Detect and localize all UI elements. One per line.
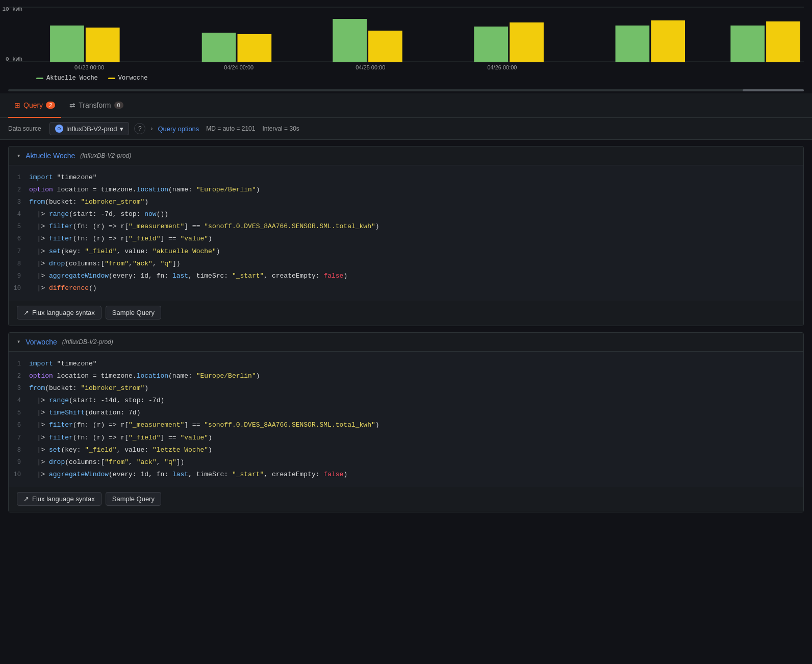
query-title-1: Aktuelle Woche [26,152,75,160]
sample-query-button-1[interactable]: Sample Query [106,306,161,319]
tab-transform[interactable]: ⇄ Transform 0 [63,93,129,118]
datasource-name: InfluxDB-V2-prod [66,125,117,133]
svg-rect-3 [86,28,120,62]
code-line-1-4: 4 |> range(start: -7d, stop: now()) [9,208,803,220]
x-label-2: 04/24 00:00 [224,64,253,70]
legend-dot-yellow [108,78,115,79]
action-bar-2: ↗ Flux language syntax Sample Query [9,487,803,512]
code-line-1-2: 2 option location = timezone.location(na… [9,184,803,196]
collapse-icon-1: ▾ [17,152,20,160]
code-line-2-6: 6 |> filter(fn: (r) => r["_measurement"]… [9,419,803,431]
query-block-2-header[interactable]: ▾ Vorwoche (InfluxDB-V2-prod) [9,333,803,352]
query-db-label-2: (InfluxDB-V2-prod) [62,338,113,346]
datasource-label: Data source [8,125,41,132]
collapse-icon-2: ▾ [17,338,20,346]
code-line-1-3: 3 from(bucket: "iobroker_strom") [9,196,803,208]
tab-transform-label: Transform [79,101,111,109]
tabs-bar: ⊞ Query 2 ⇄ Transform 0 [0,93,812,118]
svg-rect-7 [368,31,402,62]
sample-query-button-2[interactable]: Sample Query [106,492,161,506]
svg-rect-11 [651,20,685,62]
svg-rect-9 [510,22,544,62]
dropdown-chevron-icon: ▾ [120,125,123,133]
svg-rect-13 [766,21,800,62]
meta-interval: Interval = 30s [262,125,299,132]
external-link-icon-1: ↗ [23,309,29,316]
legend-dot-green [36,78,43,79]
code-line-2-5: 5 |> timeShift(duration: 7d) [9,407,803,419]
query-block-1-header[interactable]: ▾ Aktuelle Woche (InfluxDB-V2-prod) [9,146,803,165]
query-tab-icon: ⊞ [14,101,20,109]
legend-label-vorwoche: Vorwoche [118,75,148,82]
influxdb-icon: ⊙ [55,125,63,133]
svg-rect-6 [333,19,367,62]
code-line-1-1: 1 import "timezone" [9,171,803,184]
action-bar-1: ↗ Flux language syntax Sample Query [9,301,803,326]
arrow-icon: › [150,125,153,132]
tab-query[interactable]: ⊞ Query 2 [8,93,61,118]
code-line-1-6: 6 |> filter(fn: (r) => r["_field"] == "v… [9,233,803,245]
chart-area: 10 kWh 0 kWh [0,0,812,89]
code-line-2-2: 2 option location = timezone.location(na… [9,370,803,382]
x-axis-labels: 04/23 00:00 04/24 00:00 04/25 00:00 04/2… [36,64,804,70]
external-link-icon-2: ↗ [23,495,29,503]
svg-rect-2 [50,26,84,62]
svg-rect-5 [238,34,272,62]
code-editor-2: 1 import "timezone" 2 option location = … [9,352,803,487]
x-label-4: 04/26 00:00 [487,64,517,70]
code-line-2-7: 7 |> filter(fn: (r) => r["_field"] == "v… [9,432,803,444]
code-line-2-1: 1 import "timezone" [9,358,803,370]
query-block-2: ▾ Vorwoche (InfluxDB-V2-prod) 1 import "… [8,332,804,512]
code-line-1-9: 9 |> aggregateWindow(every: 1d, fn: last… [9,270,803,282]
x-label-3: 04/25 00:00 [356,64,385,70]
query-options-link[interactable]: Query options [158,125,199,133]
tab-query-badge: 2 [46,102,55,109]
svg-rect-4 [202,33,236,62]
svg-rect-12 [730,26,765,62]
transform-tab-icon: ⇄ [69,101,75,109]
flux-syntax-button-1[interactable]: ↗ Flux language syntax [17,306,102,319]
legend-label-aktuelle: Aktuelle Woche [46,75,98,82]
x-label-1: 04/23 00:00 [74,64,104,70]
meta-md: MD = auto = 2101 [206,125,255,132]
code-line-2-8: 8 |> set(key: "_field", value: "letzte W… [9,444,803,456]
code-editor-1: 1 import "timezone" 2 option location = … [9,165,803,301]
code-line-2-9: 9 |> drop(columns:["from", "ack", "q"]) [9,456,803,469]
datasource-select[interactable]: ⊙ InfluxDB-V2-prod ▾ [49,122,130,135]
tab-query-label: Query [23,101,43,109]
code-line-1-8: 8 |> drop(columns:["from","ack", "q"]) [9,258,803,270]
query-title-2: Vorwoche [26,338,57,346]
query-block-1: ▾ Aktuelle Woche (InfluxDB-V2-prod) 1 im… [8,146,804,326]
chart-svg [8,6,804,62]
svg-rect-10 [616,26,650,62]
svg-rect-8 [474,27,508,62]
options-bar: Data source ⊙ InfluxDB-V2-prod ▾ ? › Que… [0,118,812,140]
flux-syntax-button-2[interactable]: ↗ Flux language syntax [17,492,102,506]
chart-legend: Aktuelle Woche Vorwoche [36,75,804,82]
scrollbar-hint[interactable] [8,89,804,91]
help-icon[interactable]: ? [134,123,145,134]
legend-item-vorwoche: Vorwoche [108,75,148,82]
tab-transform-badge: 0 [114,102,123,109]
code-line-2-4: 4 |> range(start: -14d, stop: -7d) [9,395,803,407]
code-line-2-10: 10 |> aggregateWindow(every: 1d, fn: las… [9,469,803,481]
legend-item-aktuelle: Aktuelle Woche [36,75,98,82]
code-line-1-7: 7 |> set(key: "_field", value: "aktuelle… [9,245,803,258]
code-line-1-5: 5 |> filter(fn: (r) => r["_measurement"]… [9,220,803,233]
code-line-1-10: 10 |> difference() [9,282,803,294]
code-line-2-3: 3 from(bucket: "iobroker_strom") [9,382,803,395]
scrollbar-thumb[interactable] [743,89,804,91]
query-db-label-1: (InfluxDB-V2-prod) [80,152,131,159]
